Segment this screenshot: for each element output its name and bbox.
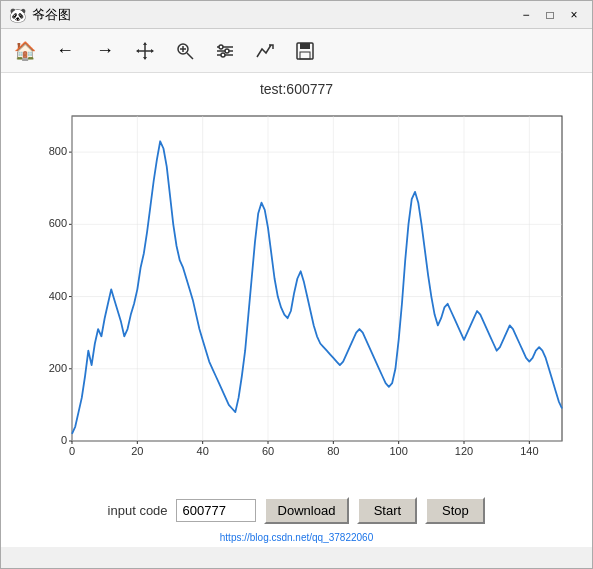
window-title: 爷谷图	[32, 6, 71, 24]
title-bar: 🐼 爷谷图 − □ ×	[1, 1, 592, 29]
title-bar-controls: − □ ×	[516, 5, 584, 25]
config-button[interactable]	[209, 35, 241, 67]
toolbar: 🏠 ← →	[1, 29, 592, 73]
svg-marker-4	[136, 49, 139, 53]
svg-marker-2	[143, 42, 147, 45]
chart-container	[17, 101, 577, 481]
stop-button[interactable]: Stop	[425, 497, 485, 524]
bottom-bar: input code Download Start Stop	[1, 489, 592, 532]
svg-rect-18	[300, 52, 310, 59]
home-button[interactable]: 🏠	[9, 35, 41, 67]
start-button[interactable]: Start	[357, 497, 417, 524]
svg-marker-5	[151, 49, 154, 53]
home-icon: 🏠	[14, 40, 36, 62]
download-button[interactable]: Download	[264, 497, 350, 524]
chart-title: test:600777	[260, 81, 333, 97]
minimize-button[interactable]: −	[516, 5, 536, 25]
svg-marker-3	[143, 57, 147, 60]
watermark: https://blog.csdn.net/qq_37822060	[1, 532, 592, 547]
back-button[interactable]: ←	[49, 35, 81, 67]
svg-line-7	[187, 53, 193, 59]
back-icon: ←	[56, 40, 74, 61]
pan-icon	[135, 41, 155, 61]
input-code-label: input code	[108, 503, 168, 518]
svg-rect-17	[300, 43, 310, 49]
save-button[interactable]	[289, 35, 321, 67]
close-button[interactable]: ×	[564, 5, 584, 25]
pan-button[interactable]	[129, 35, 161, 67]
chart-canvas	[17, 101, 577, 481]
main-content: test:600777	[1, 73, 592, 489]
zoom-icon	[175, 41, 195, 61]
forward-icon: →	[96, 40, 114, 61]
trend-icon	[255, 41, 275, 61]
maximize-button[interactable]: □	[540, 5, 560, 25]
title-bar-left: 🐼 爷谷图	[9, 6, 71, 24]
svg-point-15	[221, 53, 225, 57]
trend-button[interactable]	[249, 35, 281, 67]
app-icon: 🐼	[9, 7, 26, 23]
config-icon	[215, 41, 235, 61]
forward-button[interactable]: →	[89, 35, 121, 67]
svg-point-13	[219, 45, 223, 49]
code-input[interactable]	[176, 499, 256, 522]
svg-point-14	[225, 49, 229, 53]
zoom-button[interactable]	[169, 35, 201, 67]
save-icon	[295, 41, 315, 61]
